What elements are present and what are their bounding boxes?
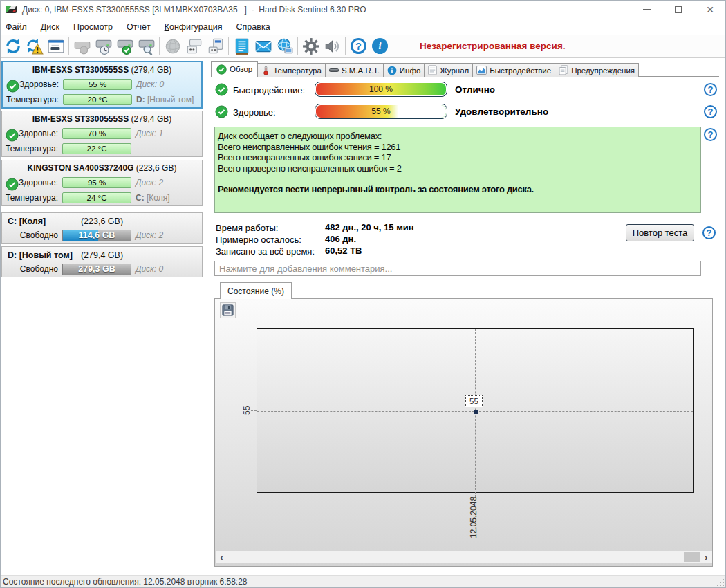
pages-icon [559,65,568,75]
title-bar: Диск: 0, IBM-ESXS ST3300555SS [3LM1MBKX0… [0,0,726,19]
detect-disk-icon[interactable] [71,36,93,57]
free-label: Свободно [2,230,58,240]
menu-report[interactable]: Отчёт [122,20,155,34]
network-icon[interactable] [274,36,295,57]
free-space-bar: 279,3 GB [62,264,131,275]
health-status: Удовлетворительно [455,107,548,117]
problem-line: Диск сообщает о следующих проблемах: [218,131,695,142]
volume-item-d[interactable]: D: [Новый том] (279,4 GB) Свободно 279,3… [1,246,203,277]
help-icon[interactable]: ? [702,226,716,239]
log-icon[interactable] [231,36,252,57]
help-icon[interactable]: ? [704,105,717,118]
main-tabs: Обзор Температура S.M.A.R.T. Инфо Журнал… [211,61,723,77]
health-bar: 55 % [63,79,132,90]
refresh-warning-icon[interactable] [24,36,45,57]
sound-icon[interactable] [322,36,343,57]
retest-button[interactable]: Повтор теста [626,224,694,241]
disk-schedule-icon[interactable] [93,36,114,57]
remaining-value: 406 дн. [325,234,356,244]
disk-power-icon[interactable] [205,36,226,57]
data-point [474,410,478,414]
disk-item-1[interactable]: IBM-ESXS ST3300555SS (279,4 GB) Здоровье… [1,111,203,157]
recommendation-line: Рекомендуется вести непрерывный контроль… [218,184,695,195]
chart-scrollbar[interactable]: ‹ › [216,551,712,563]
app-icon [6,4,17,15]
menu-help[interactable]: Справка [232,20,274,34]
report-icon[interactable] [45,36,66,57]
menu-view[interactable]: Просмотр [69,20,117,34]
help-icon[interactable]: ? [704,128,717,141]
health-label: Здоровье: [2,129,58,138]
minimize-button[interactable] [631,0,662,19]
health-label: Здоровье: [2,178,58,187]
disk-item-2[interactable]: KINGSTON SA400S37240G (223,6 GB) Здоровь… [1,160,203,206]
thermometer-icon [261,66,270,75]
performance-label: Быстродействие: [233,85,305,95]
disk-number: Диск: 0 [136,80,164,89]
tab-alerts[interactable]: Предупреждения [555,63,639,77]
tab-performance[interactable]: Быстродействие [472,63,555,77]
check-icon [216,64,227,75]
close-button[interactable]: ✕ [694,0,726,19]
help-icon[interactable]: ? [348,36,369,57]
problem-line: Всего проверено неисправленных ошибок = … [218,163,695,174]
info-circle-icon [387,66,397,75]
refresh-icon[interactable] [2,36,24,57]
disk-connector-icon[interactable] [183,36,205,57]
settings-gear-icon[interactable] [300,36,322,57]
volume-ref: C: [Коля] [136,193,170,203]
menu-bar: Файл Диск Просмотр Отчёт Конфигурация Сп… [0,19,726,35]
volume-ref: D: [Новый том] [136,95,194,104]
disk-title: IBM-ESXS ST3300555SS (279,4 GB) [2,111,202,124]
email-icon[interactable] [252,36,274,57]
disk-ok-icon[interactable] [114,36,136,57]
disk-number: Диск: 0 [136,264,163,274]
tab-journal[interactable]: Журнал [424,63,473,77]
tab-overview[interactable]: Обзор [211,61,258,77]
unregistered-version-link[interactable]: Незарегистрированная версия. [420,41,566,51]
chart-tab-status[interactable]: Состояние (%) [220,282,292,299]
resize-grip[interactable] [716,578,725,587]
temperature-label: Температура: [3,95,59,104]
menu-file[interactable]: Файл [1,20,31,34]
disk-number: Диск: 2 [136,230,163,240]
temperature-bar: 24 °C [62,192,131,203]
free-space-bar: 114,6 GB [62,230,131,241]
disk-search-icon[interactable] [136,36,157,57]
problem-line: Всего неисправленных ошибок чтения = 126… [218,142,695,153]
help-icon[interactable]: ? [704,83,717,96]
disk-list: IBM-ESXS ST3300555SS (279,4 GB) Здоровье… [0,59,205,574]
volume-size: (223,6 GB) [2,217,202,226]
tab-smart[interactable]: S.M.A.R.T. [325,63,384,77]
temperature-label: Температура: [2,193,58,203]
maximize-button[interactable] [662,0,694,19]
tab-temperature[interactable]: Температура [257,63,326,77]
x-axis-label: 12.05.2048 [469,494,478,538]
scroll-right-arrow[interactable]: › [700,551,712,563]
menu-configuration[interactable]: Конфигурация [160,20,227,34]
volume-size: (279,4 GB) [2,250,202,260]
volume-item-c[interactable]: C: [Коля] (223,6 GB) Свободно 114,6 GB Д… [1,212,203,244]
scroll-left-arrow[interactable]: ‹ [216,551,227,563]
power-on-time-label: Время работы: [216,223,278,233]
chart-plot-area: 55 [257,328,694,493]
performance-status: Отлично [455,84,495,95]
surface-test-icon[interactable] [162,36,183,57]
scrollbar-thumb[interactable] [684,552,700,562]
status-bar: Состояние последнего обновления: 12.05.2… [0,575,726,588]
toolbar: ? i Незарегистрированная версия. [0,35,726,58]
status-ok-icon [215,83,228,96]
save-chart-icon[interactable] [220,302,236,318]
disk-number: Диск: 2 [136,178,163,187]
disk-title: KINGSTON SA400S37240G (223,6 GB) [2,160,202,173]
disk-item-0[interactable]: IBM-ESXS ST3300555SS (279,4 GB) Здоровье… [1,61,203,109]
y-axis-label: 55 [242,406,252,415]
menu-disk[interactable]: Диск [37,20,64,34]
disk-title: IBM-ESXS ST3300555SS (279,4 GB) [3,62,201,75]
smart-icon [329,68,339,73]
tab-info[interactable]: Инфо [383,63,425,77]
temperature-label: Температура: [2,144,58,154]
info-icon[interactable]: i [369,36,391,57]
performance-bar: 100 % [315,82,447,97]
comment-input[interactable] [214,261,701,276]
